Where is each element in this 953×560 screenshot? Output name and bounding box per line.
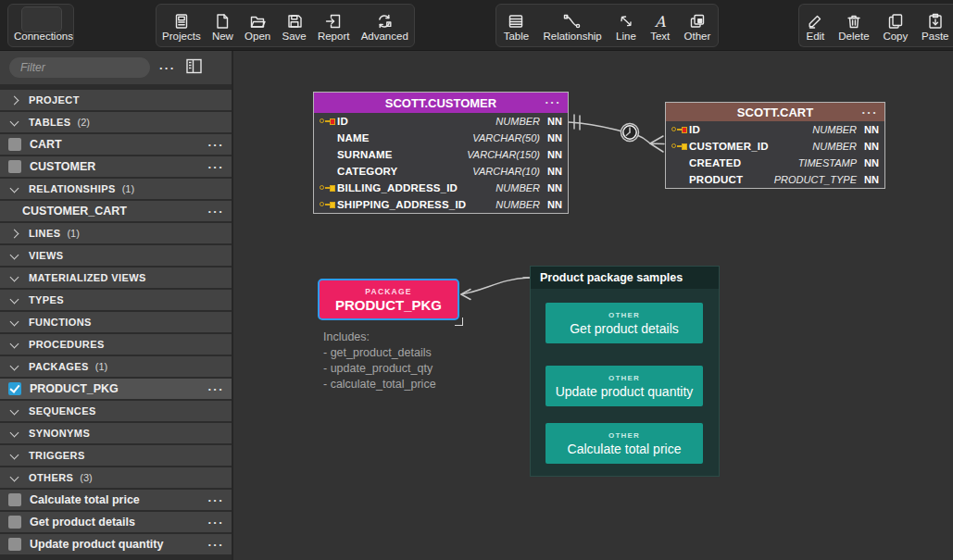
customer-menu-button[interactable]: ··· — [208, 160, 225, 174]
sidebar-item-views[interactable]: VIEWS — [0, 245, 232, 266]
column-name: CUSTOMER_ID — [689, 141, 769, 152]
product-pkg-checkbox[interactable] — [8, 382, 21, 395]
table-scott-cart[interactable]: SCOTT.CART ··· ID NUMBER NN CUSTOMER_ID … — [665, 102, 885, 189]
update-product-quantity-menu-button[interactable]: ··· — [208, 538, 225, 552]
chevron-down-icon[interactable] — [10, 117, 19, 126]
edit-button[interactable]: Edit — [800, 5, 830, 46]
column-row[interactable]: SURNAME VARCHAR(150) NN — [314, 146, 568, 163]
sidebar-item-update-product-quantity[interactable]: Update product quantity ··· — [0, 534, 232, 554]
sidebar-item-get-product-details[interactable]: Get product details ··· — [0, 512, 232, 532]
table-header[interactable]: SCOTT.CART ··· — [666, 103, 884, 121]
get-product-details-checkbox[interactable] — [8, 516, 21, 529]
sidebar-item-types[interactable]: TYPES — [0, 290, 232, 310]
samples-title-bar[interactable]: Product package samples — [531, 267, 719, 289]
new-button[interactable]: New — [207, 5, 239, 46]
sidebar-item-lines[interactable]: LINES (1) — [0, 223, 232, 243]
chevron-right-icon[interactable] — [10, 229, 19, 238]
package-product-pkg[interactable]: PACKAGE PRODUCT_PKG — [318, 279, 459, 320]
text-tool-button[interactable]: A Text — [645, 5, 675, 46]
table-menu-button[interactable]: ··· — [545, 95, 562, 109]
chevron-down-icon[interactable] — [10, 361, 19, 370]
update-product-quantity-checkbox[interactable] — [8, 538, 21, 551]
paste-button[interactable]: Paste — [916, 5, 953, 46]
top-toolbar: Connections Projects New Open Save — [0, 0, 953, 51]
delete-button[interactable]: Delete — [833, 5, 874, 46]
chevron-down-icon[interactable] — [10, 294, 19, 304]
sidebar-item-customer-cart[interactable]: CUSTOMER_CART ··· — [0, 201, 232, 221]
sidebar-item-others[interactable]: OTHERS (3) — [0, 467, 232, 488]
panel-toggle-button[interactable] — [185, 58, 203, 78]
open-label: Open — [245, 31, 270, 42]
sidebar-item-label: Update product quantity — [30, 538, 163, 551]
chevron-down-icon[interactable] — [10, 183, 19, 193]
column-row[interactable]: CATEGORY VARCHAR(10) NN — [314, 163, 568, 180]
copy-button[interactable]: Copy — [877, 5, 913, 46]
sample-get-product-details[interactable]: OTHER Get product details — [545, 303, 703, 343]
sidebar-item-relationships[interactable]: RELATIONSHIPS (1) — [0, 179, 232, 199]
customer-checkbox[interactable] — [8, 160, 21, 173]
sidebar-item-synonyms[interactable]: SYNONYMS — [0, 423, 232, 443]
sidebar-item-product-pkg[interactable]: PRODUCT_PKG ··· — [0, 379, 232, 399]
diagram-canvas[interactable]: SCOTT.CUSTOMER ··· ID NUMBER NN NAME VAR… — [232, 51, 953, 560]
table-header[interactable]: SCOTT.CUSTOMER ··· — [314, 93, 568, 113]
calculate-total-price-checkbox[interactable] — [8, 493, 21, 506]
sample-label: Get product details — [570, 321, 679, 336]
column-row[interactable]: PRODUCT PRODUCT_TYPE NN — [666, 171, 884, 188]
get-product-details-menu-button[interactable]: ··· — [208, 516, 225, 529]
calculate-total-price-menu-button[interactable]: ··· — [208, 493, 225, 507]
sample-calculate-total-price[interactable]: OTHER Calculate total price — [545, 423, 703, 464]
column-row[interactable]: CUSTOMER_ID NUMBER NN — [666, 138, 884, 155]
column-row[interactable]: ID NUMBER NN — [314, 113, 568, 130]
chevron-down-icon[interactable] — [10, 250, 19, 259]
folder-open-icon — [248, 11, 267, 31]
line-tool-button[interactable]: Line — [610, 5, 642, 46]
sidebar-item-customer[interactable]: CUSTOMER ··· — [0, 156, 232, 177]
projects-button[interactable]: Projects — [157, 5, 207, 46]
table-tool-button[interactable]: Table — [498, 5, 535, 46]
column-row[interactable]: ID NUMBER NN — [666, 121, 884, 138]
chevron-down-icon[interactable] — [10, 428, 19, 437]
sidebar-item-packages[interactable]: PACKAGES (1) — [0, 356, 232, 377]
chevron-right-icon[interactable] — [10, 95, 19, 105]
sidebar-item-procedures[interactable]: PROCEDURES — [0, 334, 232, 355]
relationship-line-customer-cart[interactable] — [569, 115, 664, 152]
product-package-samples-container[interactable]: Product package samples OTHER Get produc… — [530, 266, 720, 477]
chevron-down-icon[interactable] — [10, 317, 19, 326]
note-line: - get_product_details — [323, 345, 436, 361]
chevron-down-icon[interactable] — [10, 472, 19, 481]
sidebar-item-project[interactable]: PROJECT — [0, 90, 232, 110]
cart-menu-button[interactable]: ··· — [208, 138, 225, 152]
column-row[interactable]: SHIPPING_ADDRESS_ID NUMBER NN — [314, 196, 568, 213]
filter-input[interactable] — [9, 57, 150, 78]
sidebar-item-functions[interactable]: FUNCTIONS — [0, 312, 232, 332]
resize-handle-icon[interactable] — [455, 317, 463, 326]
sidebar-item-materialized-views[interactable]: MATERIALIZED VIEWS — [0, 268, 232, 288]
advanced-button[interactable]: Advanced — [356, 5, 414, 46]
report-button[interactable]: Report — [312, 5, 356, 46]
chevron-down-icon[interactable] — [10, 450, 19, 459]
chevron-down-icon[interactable] — [10, 272, 19, 281]
column-row[interactable]: NAME VARCHAR(50) NN — [314, 130, 568, 146]
table-menu-button[interactable]: ··· — [862, 106, 879, 119]
other-tool-button[interactable]: Other — [679, 5, 717, 46]
save-button[interactable]: Save — [276, 5, 311, 46]
sidebar-item-cart[interactable]: CART ··· — [0, 134, 232, 155]
customer-cart-menu-button[interactable]: ··· — [208, 205, 225, 218]
column-row[interactable]: CREATED TIMESTAMP NN — [666, 155, 884, 171]
chevron-down-icon[interactable] — [10, 339, 19, 348]
column-row[interactable]: BILLING_ADDRESS_ID NUMBER NN — [314, 180, 568, 196]
table-scott-customer[interactable]: SCOTT.CUSTOMER ··· ID NUMBER NN NAME VAR… — [313, 92, 569, 214]
product-pkg-menu-button[interactable]: ··· — [208, 382, 225, 396]
sidebar-item-triggers[interactable]: TRIGGERS — [0, 445, 232, 466]
relationship-tool-button[interactable]: Relationship — [537, 5, 607, 46]
chevron-down-icon[interactable] — [10, 405, 19, 415]
package-connector-line[interactable] — [461, 278, 535, 300]
sample-update-product-quantity[interactable]: OTHER Update product quantity — [545, 366, 703, 406]
sidebar-item-sequences[interactable]: SEQUENCES — [0, 401, 232, 421]
sidebar-item-tables[interactable]: TABLES (2) — [0, 112, 232, 132]
item-count: (2) — [78, 117, 90, 128]
sidebar-item-calculate-total-price[interactable]: Calculate total price ··· — [0, 490, 232, 510]
open-button[interactable]: Open — [239, 5, 276, 46]
more-options-button[interactable]: ··· — [159, 61, 176, 75]
cart-checkbox[interactable] — [8, 138, 21, 151]
